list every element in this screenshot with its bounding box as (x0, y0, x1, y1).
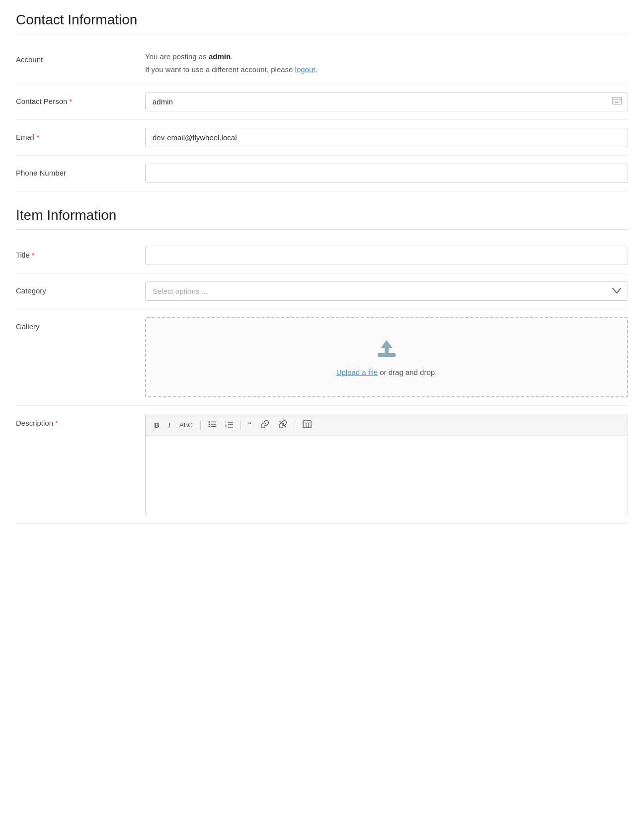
item-section-title: Item Information (16, 207, 628, 230)
account-text-line1: You are posting as admin. (145, 50, 628, 63)
gallery-wrapper: Upload a file or drag and drop. (145, 317, 628, 397)
gallery-drag-text: or drag and drop. (378, 368, 437, 376)
gallery-upload-text: Upload a file or drag and drop. (156, 368, 617, 376)
bold-button[interactable]: B (152, 419, 162, 431)
gallery-row: Gallery Upload a file or drag and drop. (16, 309, 628, 406)
contact-person-label: Contact Person* (16, 92, 145, 105)
unordered-list-button[interactable] (206, 419, 219, 431)
contact-person-row: Contact Person* (16, 84, 628, 120)
category-label: Category (16, 281, 145, 295)
contact-person-input[interactable] (145, 92, 628, 111)
account-suffix: . (231, 52, 233, 61)
title-row: Title* (16, 238, 628, 274)
svg-rect-4 (378, 353, 396, 357)
description-required: * (55, 419, 58, 427)
item-information-section: Item Information Title* Category Select … (16, 207, 628, 524)
contact-section-title: Contact Information (16, 12, 628, 34)
italic-button[interactable]: I (166, 419, 173, 431)
email-input[interactable] (145, 128, 628, 147)
contact-person-icon (612, 96, 622, 107)
account-alt-suffix: . (315, 65, 317, 74)
contact-person-wrapper (145, 92, 628, 111)
account-info: You are posting as admin. If you want to… (145, 50, 628, 76)
ordered-list-button[interactable]: 1.2.3. (223, 419, 236, 431)
upload-file-link[interactable]: Upload a file (336, 368, 378, 376)
phone-row: Phone Number (16, 156, 628, 191)
toolbar-sep-2 (241, 421, 241, 430)
contact-person-required: * (69, 97, 72, 105)
email-wrapper (145, 128, 628, 147)
svg-point-6 (208, 421, 210, 423)
description-editor[interactable] (145, 436, 628, 515)
account-text-line2: If you want to use a different account, … (145, 63, 628, 76)
toolbar-sep-3 (295, 421, 295, 430)
table-button[interactable] (300, 419, 314, 431)
phone-wrapper (145, 164, 628, 183)
email-label: Email* (16, 128, 145, 141)
svg-line-18 (280, 421, 286, 427)
gallery-label: Gallery (16, 317, 145, 331)
description-wrapper: B I ABC 1.2.3. “ (145, 414, 628, 515)
title-wrapper (145, 246, 628, 265)
gallery-dropzone[interactable]: Upload a file or drag and drop. (145, 317, 628, 397)
title-input[interactable] (145, 246, 628, 265)
logout-link[interactable]: logout (295, 65, 316, 74)
upload-icon (156, 338, 617, 362)
link-button[interactable] (258, 418, 272, 432)
svg-point-10 (208, 426, 210, 427)
svg-marker-5 (381, 340, 393, 353)
account-alt-prefix: If you want to use a different account, … (145, 65, 295, 74)
contact-information-section: Contact Information Account You are post… (16, 12, 628, 191)
account-prefix: You are posting as (145, 52, 209, 61)
category-wrapper: Select options ... (145, 281, 628, 301)
category-select[interactable]: Select options ... (145, 281, 628, 301)
account-username: admin (209, 52, 231, 61)
svg-text:3.: 3. (225, 426, 227, 428)
email-row: Email* (16, 120, 628, 156)
blockquote-button[interactable]: “ (246, 419, 254, 431)
account-label: Account (16, 50, 145, 64)
title-required: * (32, 251, 35, 259)
email-required: * (37, 133, 40, 141)
toolbar-sep-1 (200, 421, 201, 430)
unlink-button[interactable] (276, 418, 290, 432)
svg-rect-0 (613, 97, 622, 104)
strikethrough-button[interactable]: ABC (177, 420, 195, 430)
phone-input[interactable] (145, 164, 628, 183)
svg-point-8 (208, 424, 210, 425)
description-label: Description* (16, 414, 145, 427)
phone-label: Phone Number (16, 164, 145, 177)
category-row: Category Select options ... (16, 274, 628, 309)
svg-rect-19 (303, 421, 311, 428)
account-row: Account You are posting as admin. If you… (16, 42, 628, 84)
description-row: Description* B I ABC 1.2.3. “ (16, 406, 628, 524)
title-label: Title* (16, 246, 145, 259)
editor-toolbar: B I ABC 1.2.3. “ (145, 414, 628, 436)
